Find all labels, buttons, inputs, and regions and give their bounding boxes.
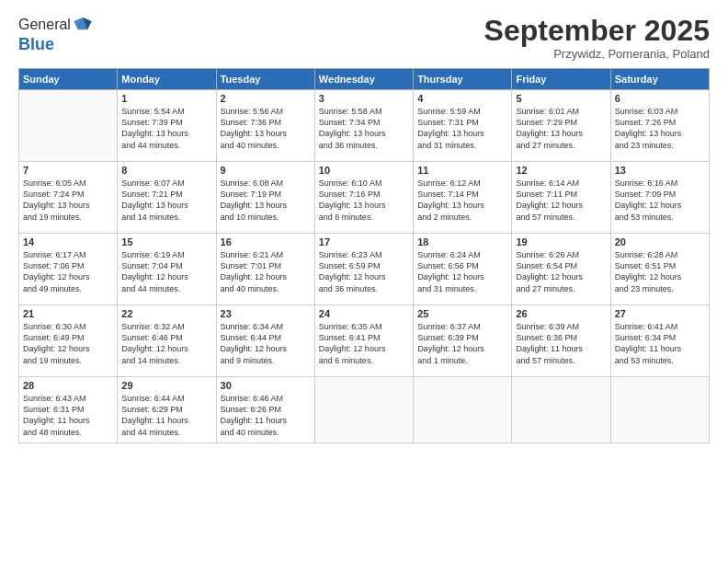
- day-number: 24: [319, 308, 409, 319]
- day-number: 11: [417, 165, 507, 176]
- day-info: Sunrise: 6:08 AM Sunset: 7:19 PM Dayligh…: [221, 178, 311, 223]
- day-cell: 23Sunrise: 6:34 AM Sunset: 6:44 PM Dayli…: [216, 305, 314, 377]
- col-wednesday: Wednesday: [314, 69, 413, 90]
- day-info: Sunrise: 6:37 AM Sunset: 6:39 PM Dayligh…: [417, 321, 507, 366]
- logo-blue-text: Blue: [18, 35, 93, 54]
- day-number: 25: [417, 308, 507, 319]
- day-info: Sunrise: 6:14 AM Sunset: 7:11 PM Dayligh…: [516, 178, 606, 223]
- day-number: 26: [516, 308, 606, 319]
- day-info: Sunrise: 6:19 AM Sunset: 7:04 PM Dayligh…: [121, 249, 211, 294]
- day-cell: 25Sunrise: 6:37 AM Sunset: 6:39 PM Dayli…: [414, 305, 512, 377]
- day-cell: 10Sunrise: 6:10 AM Sunset: 7:16 PM Dayli…: [314, 162, 413, 234]
- day-info: Sunrise: 6:30 AM Sunset: 6:49 PM Dayligh…: [23, 321, 113, 366]
- day-cell: 28Sunrise: 6:43 AM Sunset: 6:31 PM Dayli…: [19, 377, 118, 443]
- day-number: 8: [121, 165, 211, 176]
- day-info: Sunrise: 6:43 AM Sunset: 6:31 PM Dayligh…: [23, 393, 113, 438]
- week-row-2: 7Sunrise: 6:05 AM Sunset: 7:24 PM Daylig…: [19, 162, 710, 234]
- day-cell: [19, 90, 118, 162]
- day-cell: 18Sunrise: 6:24 AM Sunset: 6:56 PM Dayli…: [414, 234, 512, 305]
- col-saturday: Saturday: [610, 69, 709, 90]
- day-cell: 14Sunrise: 6:17 AM Sunset: 7:06 PM Dayli…: [19, 234, 118, 305]
- day-number: 10: [319, 165, 409, 176]
- day-info: Sunrise: 5:59 AM Sunset: 7:31 PM Dayligh…: [417, 106, 507, 151]
- day-cell: [314, 377, 413, 443]
- day-info: Sunrise: 6:26 AM Sunset: 6:54 PM Dayligh…: [516, 249, 606, 294]
- week-row-5: 28Sunrise: 6:43 AM Sunset: 6:31 PM Dayli…: [19, 377, 710, 443]
- day-cell: 22Sunrise: 6:32 AM Sunset: 6:46 PM Dayli…: [118, 305, 216, 377]
- logo: General Blue: [18, 15, 93, 54]
- day-info: Sunrise: 6:03 AM Sunset: 7:26 PM Dayligh…: [615, 106, 705, 151]
- day-number: 19: [516, 236, 606, 247]
- day-info: Sunrise: 6:05 AM Sunset: 7:24 PM Dayligh…: [23, 178, 113, 223]
- title-block: September 2025 Przywidz, Pomerania, Pola…: [484, 15, 710, 61]
- day-number: 29: [121, 380, 211, 391]
- header: General Blue September 2025 Przywidz, Po…: [18, 15, 710, 61]
- day-cell: 8Sunrise: 6:07 AM Sunset: 7:21 PM Daylig…: [118, 162, 216, 234]
- day-number: 7: [23, 165, 113, 176]
- day-info: Sunrise: 6:44 AM Sunset: 6:29 PM Dayligh…: [121, 393, 211, 438]
- day-cell: 21Sunrise: 6:30 AM Sunset: 6:49 PM Dayli…: [19, 305, 118, 377]
- day-info: Sunrise: 5:56 AM Sunset: 7:36 PM Dayligh…: [221, 106, 311, 151]
- day-number: 20: [615, 236, 705, 247]
- day-number: 6: [615, 93, 705, 104]
- day-number: 4: [417, 93, 507, 104]
- day-cell: 3Sunrise: 5:58 AM Sunset: 7:34 PM Daylig…: [314, 90, 413, 162]
- week-row-4: 21Sunrise: 6:30 AM Sunset: 6:49 PM Dayli…: [19, 305, 710, 377]
- day-cell: 16Sunrise: 6:21 AM Sunset: 7:01 PM Dayli…: [216, 234, 314, 305]
- day-cell: 11Sunrise: 6:12 AM Sunset: 7:14 PM Dayli…: [414, 162, 512, 234]
- day-number: 30: [221, 380, 311, 391]
- col-sunday: Sunday: [19, 69, 118, 90]
- day-cell: 29Sunrise: 6:44 AM Sunset: 6:29 PM Dayli…: [118, 377, 216, 443]
- day-info: Sunrise: 6:01 AM Sunset: 7:29 PM Dayligh…: [516, 106, 606, 151]
- day-info: Sunrise: 6:28 AM Sunset: 6:51 PM Dayligh…: [615, 249, 705, 294]
- day-cell: 24Sunrise: 6:35 AM Sunset: 6:41 PM Dayli…: [314, 305, 413, 377]
- col-monday: Monday: [118, 69, 216, 90]
- day-number: 17: [319, 236, 409, 247]
- day-cell: 15Sunrise: 6:19 AM Sunset: 7:04 PM Dayli…: [118, 234, 216, 305]
- col-friday: Friday: [512, 69, 610, 90]
- day-info: Sunrise: 5:58 AM Sunset: 7:34 PM Dayligh…: [319, 106, 409, 151]
- day-cell: [414, 377, 512, 443]
- day-cell: 17Sunrise: 6:23 AM Sunset: 6:59 PM Dayli…: [314, 234, 413, 305]
- day-number: 28: [23, 380, 113, 391]
- day-info: Sunrise: 6:32 AM Sunset: 6:46 PM Dayligh…: [121, 321, 211, 366]
- day-info: Sunrise: 6:39 AM Sunset: 6:36 PM Dayligh…: [516, 321, 606, 366]
- day-info: Sunrise: 6:24 AM Sunset: 6:56 PM Dayligh…: [417, 249, 507, 294]
- day-info: Sunrise: 6:10 AM Sunset: 7:16 PM Dayligh…: [319, 178, 409, 223]
- header-row: Sunday Monday Tuesday Wednesday Thursday…: [19, 69, 710, 90]
- day-number: 22: [121, 308, 211, 319]
- calendar-table: Sunday Monday Tuesday Wednesday Thursday…: [18, 68, 710, 443]
- day-number: 1: [121, 93, 211, 104]
- day-number: 13: [615, 165, 705, 176]
- day-number: 27: [615, 308, 705, 319]
- day-cell: 4Sunrise: 5:59 AM Sunset: 7:31 PM Daylig…: [414, 90, 512, 162]
- logo-general-text: General: [18, 17, 71, 33]
- day-cell: 26Sunrise: 6:39 AM Sunset: 6:36 PM Dayli…: [512, 305, 610, 377]
- day-info: Sunrise: 6:41 AM Sunset: 6:34 PM Dayligh…: [615, 321, 705, 366]
- day-cell: 27Sunrise: 6:41 AM Sunset: 6:34 PM Dayli…: [610, 305, 709, 377]
- day-info: Sunrise: 6:17 AM Sunset: 7:06 PM Dayligh…: [23, 249, 113, 294]
- day-info: Sunrise: 6:34 AM Sunset: 6:44 PM Dayligh…: [221, 321, 311, 366]
- month-title: September 2025: [484, 15, 710, 47]
- day-cell: 13Sunrise: 6:16 AM Sunset: 7:09 PM Dayli…: [610, 162, 709, 234]
- day-info: Sunrise: 5:54 AM Sunset: 7:39 PM Dayligh…: [121, 106, 211, 151]
- day-cell: 6Sunrise: 6:03 AM Sunset: 7:26 PM Daylig…: [610, 90, 709, 162]
- col-tuesday: Tuesday: [216, 69, 314, 90]
- logo-icon: [73, 15, 93, 35]
- day-number: 3: [319, 93, 409, 104]
- day-cell: 1Sunrise: 5:54 AM Sunset: 7:39 PM Daylig…: [118, 90, 216, 162]
- day-cell: 20Sunrise: 6:28 AM Sunset: 6:51 PM Dayli…: [610, 234, 709, 305]
- day-info: Sunrise: 6:16 AM Sunset: 7:09 PM Dayligh…: [615, 178, 705, 223]
- day-cell: 30Sunrise: 6:46 AM Sunset: 6:26 PM Dayli…: [216, 377, 314, 443]
- day-cell: [610, 377, 709, 443]
- week-row-3: 14Sunrise: 6:17 AM Sunset: 7:06 PM Dayli…: [19, 234, 710, 305]
- day-number: 23: [221, 308, 311, 319]
- day-number: 14: [23, 236, 113, 247]
- col-thursday: Thursday: [414, 69, 512, 90]
- day-number: 21: [23, 308, 113, 319]
- day-cell: 9Sunrise: 6:08 AM Sunset: 7:19 PM Daylig…: [216, 162, 314, 234]
- day-number: 15: [121, 236, 211, 247]
- page: General Blue September 2025 Przywidz, Po…: [0, 0, 728, 563]
- day-number: 5: [516, 93, 606, 104]
- day-number: 9: [221, 165, 311, 176]
